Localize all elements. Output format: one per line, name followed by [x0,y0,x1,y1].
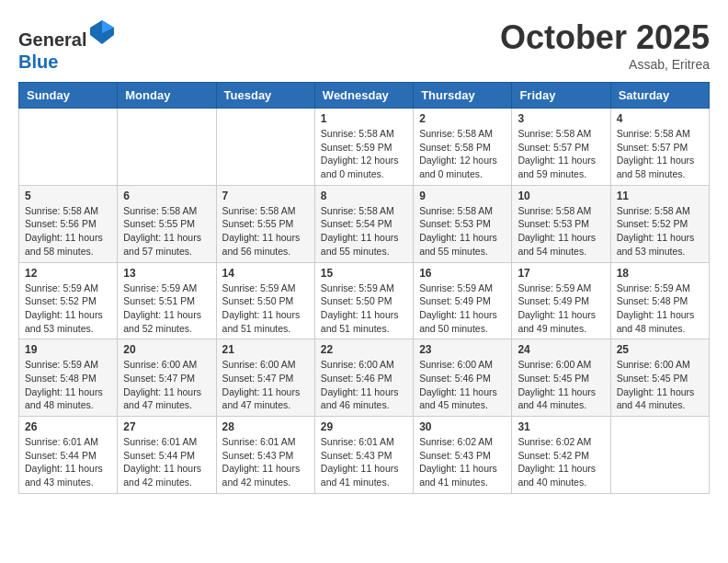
calendar-day-cell: 29Sunrise: 6:01 AM Sunset: 5:43 PM Dayli… [314,417,413,494]
day-number: 31 [518,420,604,433]
day-number: 30 [419,420,506,433]
calendar-day-cell: 22Sunrise: 6:00 AM Sunset: 5:46 PM Dayli… [314,339,413,417]
day-number: 25 [617,343,703,356]
day-number: 18 [617,267,703,280]
empty-calendar-cell [118,109,216,186]
day-number: 29 [321,420,407,433]
calendar-day-cell: 3Sunrise: 5:58 AM Sunset: 5:57 PM Daylig… [512,109,610,186]
day-number: 17 [518,267,604,280]
day-number: 3 [518,112,604,125]
logo-icon [88,18,116,46]
day-content: Sunrise: 6:01 AM Sunset: 5:43 PM Dayligh… [321,435,407,489]
empty-calendar-cell [610,417,709,494]
day-content: Sunrise: 5:59 AM Sunset: 5:50 PM Dayligh… [321,282,407,336]
day-content: Sunrise: 5:58 AM Sunset: 5:53 PM Dayligh… [419,204,506,259]
logo-general-text: General [18,29,86,50]
calendar-day-cell: 9Sunrise: 5:58 AM Sunset: 5:53 PM Daylig… [414,185,512,262]
month-title: October 2025 [500,18,710,57]
title-block: October 2025 Assab, Eritrea [500,18,710,72]
day-content: Sunrise: 6:00 AM Sunset: 5:45 PM Dayligh… [518,358,604,412]
day-content: Sunrise: 6:01 AM Sunset: 5:43 PM Dayligh… [222,435,309,489]
day-content: Sunrise: 5:59 AM Sunset: 5:49 PM Dayligh… [518,282,604,336]
day-content: Sunrise: 5:59 AM Sunset: 5:50 PM Dayligh… [222,282,309,336]
calendar-day-cell: 1Sunrise: 5:58 AM Sunset: 5:59 PM Daylig… [314,109,413,186]
day-content: Sunrise: 5:59 AM Sunset: 5:48 PM Dayligh… [25,358,111,412]
calendar-day-cell: 13Sunrise: 5:59 AM Sunset: 5:51 PM Dayli… [118,262,216,339]
day-number: 6 [123,190,210,202]
calendar-day-cell: 7Sunrise: 5:58 AM Sunset: 5:55 PM Daylig… [216,185,314,262]
day-number: 10 [518,190,604,202]
day-number: 23 [419,343,506,356]
day-content: Sunrise: 5:59 AM Sunset: 5:52 PM Dayligh… [25,282,111,336]
calendar-table: SundayMondayTuesdayWednesdayThursdayFrid… [18,82,710,494]
day-content: Sunrise: 5:58 AM Sunset: 5:57 PM Dayligh… [518,127,604,181]
day-content: Sunrise: 6:02 AM Sunset: 5:43 PM Dayligh… [419,435,506,489]
day-number: 22 [321,343,407,356]
weekday-header-row: SundayMondayTuesdayWednesdayThursdayFrid… [19,83,710,109]
day-content: Sunrise: 5:58 AM Sunset: 5:53 PM Dayligh… [518,204,604,259]
weekday-header-tuesday: Tuesday [216,83,314,109]
day-content: Sunrise: 5:59 AM Sunset: 5:49 PM Dayligh… [419,282,506,336]
logo: General Blue [18,18,116,73]
calendar-week-row: 5Sunrise: 5:58 AM Sunset: 5:56 PM Daylig… [19,185,710,262]
day-content: Sunrise: 5:58 AM Sunset: 5:59 PM Dayligh… [321,127,407,181]
day-content: Sunrise: 5:58 AM Sunset: 5:56 PM Dayligh… [25,204,111,259]
calendar-day-cell: 26Sunrise: 6:01 AM Sunset: 5:44 PM Dayli… [19,417,118,494]
day-content: Sunrise: 5:58 AM Sunset: 5:55 PM Dayligh… [222,204,309,259]
calendar-day-cell: 16Sunrise: 5:59 AM Sunset: 5:49 PM Dayli… [414,262,512,339]
calendar-day-cell: 4Sunrise: 5:58 AM Sunset: 5:57 PM Daylig… [610,109,709,186]
calendar-day-cell: 25Sunrise: 6:00 AM Sunset: 5:45 PM Dayli… [610,339,709,417]
calendar-day-cell: 20Sunrise: 6:00 AM Sunset: 5:47 PM Dayli… [118,339,216,417]
day-content: Sunrise: 5:58 AM Sunset: 5:54 PM Dayligh… [321,204,407,259]
calendar-day-cell: 10Sunrise: 5:58 AM Sunset: 5:53 PM Dayli… [512,185,610,262]
calendar-week-row: 1Sunrise: 5:58 AM Sunset: 5:59 PM Daylig… [19,109,710,186]
day-content: Sunrise: 5:58 AM Sunset: 5:57 PM Dayligh… [617,127,703,181]
day-content: Sunrise: 5:58 AM Sunset: 5:52 PM Dayligh… [617,204,703,259]
location-subtitle: Assab, Eritrea [500,57,710,72]
day-number: 21 [222,343,309,356]
day-number: 11 [617,190,703,202]
calendar-day-cell: 15Sunrise: 5:59 AM Sunset: 5:50 PM Dayli… [314,262,413,339]
calendar-day-cell: 5Sunrise: 5:58 AM Sunset: 5:56 PM Daylig… [19,185,118,262]
day-number: 9 [419,190,506,202]
day-number: 24 [518,343,604,356]
calendar-day-cell: 2Sunrise: 5:58 AM Sunset: 5:58 PM Daylig… [414,109,512,186]
calendar-day-cell: 12Sunrise: 5:59 AM Sunset: 5:52 PM Dayli… [19,262,118,339]
weekday-header-friday: Friday [512,83,610,109]
day-number: 2 [419,112,506,125]
day-content: Sunrise: 6:00 AM Sunset: 5:47 PM Dayligh… [123,358,210,412]
day-number: 26 [25,420,111,433]
day-content: Sunrise: 5:59 AM Sunset: 5:51 PM Dayligh… [123,282,210,336]
day-content: Sunrise: 6:00 AM Sunset: 5:45 PM Dayligh… [617,358,703,412]
day-content: Sunrise: 6:01 AM Sunset: 5:44 PM Dayligh… [25,435,111,489]
calendar-week-row: 26Sunrise: 6:01 AM Sunset: 5:44 PM Dayli… [19,417,710,494]
day-content: Sunrise: 6:01 AM Sunset: 5:44 PM Dayligh… [123,435,210,489]
empty-calendar-cell [216,109,314,186]
calendar-day-cell: 21Sunrise: 6:00 AM Sunset: 5:47 PM Dayli… [216,339,314,417]
day-number: 5 [25,190,111,202]
page-header: General Blue October 2025 Assab, Eritrea [18,18,710,73]
calendar-week-row: 19Sunrise: 5:59 AM Sunset: 5:48 PM Dayli… [19,339,710,417]
calendar-day-cell: 17Sunrise: 5:59 AM Sunset: 5:49 PM Dayli… [512,262,610,339]
calendar-day-cell: 24Sunrise: 6:00 AM Sunset: 5:45 PM Dayli… [512,339,610,417]
day-content: Sunrise: 6:00 AM Sunset: 5:46 PM Dayligh… [419,358,506,412]
empty-calendar-cell [19,109,118,186]
day-number: 20 [123,343,210,356]
day-number: 4 [617,112,703,125]
calendar-week-row: 12Sunrise: 5:59 AM Sunset: 5:52 PM Dayli… [19,262,710,339]
day-number: 1 [321,112,407,125]
day-content: Sunrise: 6:00 AM Sunset: 5:46 PM Dayligh… [321,358,407,412]
day-number: 8 [321,190,407,202]
calendar-day-cell: 31Sunrise: 6:02 AM Sunset: 5:42 PM Dayli… [512,417,610,494]
weekday-header-sunday: Sunday [19,83,118,109]
logo-blue-text: Blue [18,52,58,72]
day-content: Sunrise: 5:58 AM Sunset: 5:55 PM Dayligh… [123,204,210,259]
day-content: Sunrise: 6:00 AM Sunset: 5:47 PM Dayligh… [222,358,309,412]
weekday-header-monday: Monday [118,83,216,109]
calendar-day-cell: 23Sunrise: 6:00 AM Sunset: 5:46 PM Dayli… [414,339,512,417]
day-number: 19 [25,343,111,356]
calendar-day-cell: 8Sunrise: 5:58 AM Sunset: 5:54 PM Daylig… [314,185,413,262]
calendar-day-cell: 30Sunrise: 6:02 AM Sunset: 5:43 PM Dayli… [414,417,512,494]
day-number: 28 [222,420,309,433]
day-number: 7 [222,190,309,202]
